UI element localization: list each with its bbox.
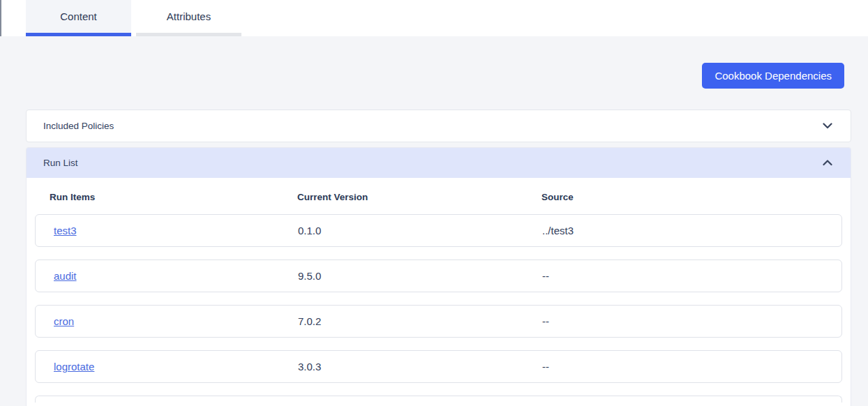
current-version-value: 0.1.0: [298, 225, 542, 236]
table-row: audit 9.5.0 --: [35, 260, 842, 292]
current-version-value: 3.0.3: [298, 361, 542, 373]
run-list-table-header: Run Items Current Version Source: [35, 178, 842, 214]
table-row: cron 7.0.2 --: [35, 305, 842, 338]
source-value: --: [542, 315, 841, 327]
column-header-source: Source: [541, 192, 842, 202]
column-header-current-version: Current Version: [297, 192, 541, 202]
tab-content-label: Content: [60, 10, 97, 22]
source-value: --: [542, 270, 841, 282]
toolbar: Cookbook Dependencies: [26, 63, 851, 89]
included-policies-title: Included Policies: [43, 121, 114, 131]
run-item-link[interactable]: test3: [54, 225, 77, 236]
tab-bar: Content Attributes: [0, 0, 868, 36]
cookbook-dependencies-button[interactable]: Cookbook Dependencies: [702, 63, 844, 89]
run-item-link[interactable]: audit: [54, 270, 77, 282]
table-row: logrotate 3.0.3 --: [35, 350, 842, 383]
source-value: ../test3: [542, 225, 841, 236]
run-list-title: Run List: [43, 158, 78, 168]
current-version-value: 7.0.2: [298, 315, 542, 327]
table-row: test3 0.1.0 ../test3: [35, 214, 842, 247]
content-area: Cookbook Dependencies Included Policies …: [0, 36, 868, 406]
source-value: --: [542, 361, 841, 373]
table-row: [35, 396, 842, 403]
run-item-link[interactable]: cron: [54, 315, 74, 327]
chevron-up-icon[interactable]: [823, 160, 832, 166]
run-list-panel-header[interactable]: Run List: [27, 148, 851, 178]
current-version-value: 9.5.0: [298, 270, 542, 282]
run-list-section: Run List Run Items Current Version Sourc…: [26, 147, 851, 406]
tab-content[interactable]: Content: [26, 0, 131, 36]
tab-attributes-label: Attributes: [167, 10, 211, 22]
column-header-run-items: Run Items: [50, 192, 297, 202]
run-list-body: Run Items Current Version Source test3 0…: [27, 178, 851, 406]
tab-attributes[interactable]: Attributes: [136, 0, 241, 36]
chevron-down-icon[interactable]: [823, 123, 832, 129]
run-item-link[interactable]: logrotate: [54, 361, 94, 373]
included-policies-panel[interactable]: Included Policies: [26, 110, 851, 142]
